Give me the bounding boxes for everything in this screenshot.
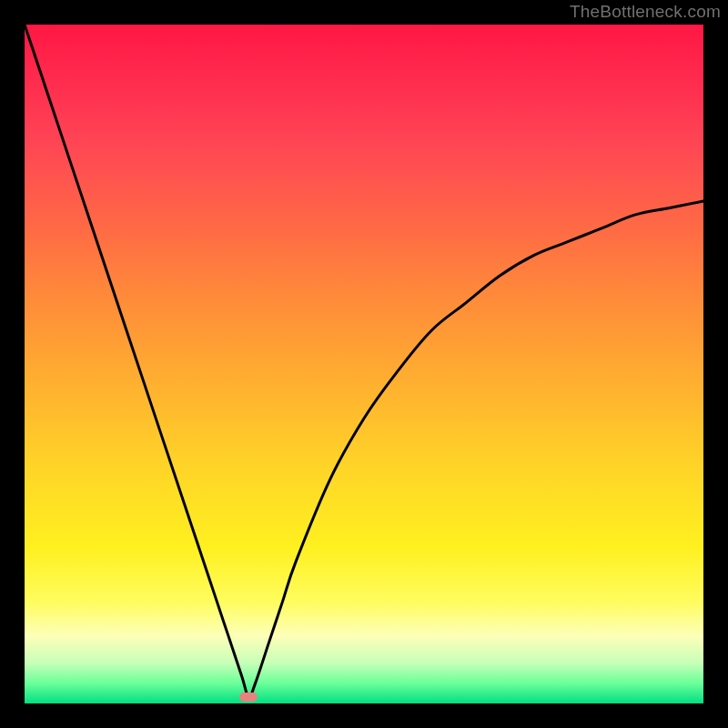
plot-area (25, 25, 703, 703)
bottleneck-curve (25, 25, 703, 697)
chart-container: TheBottleneck.com (0, 0, 728, 728)
minimum-marker (239, 693, 258, 702)
watermark-text: TheBottleneck.com (570, 2, 721, 22)
curve-svg (25, 25, 703, 703)
